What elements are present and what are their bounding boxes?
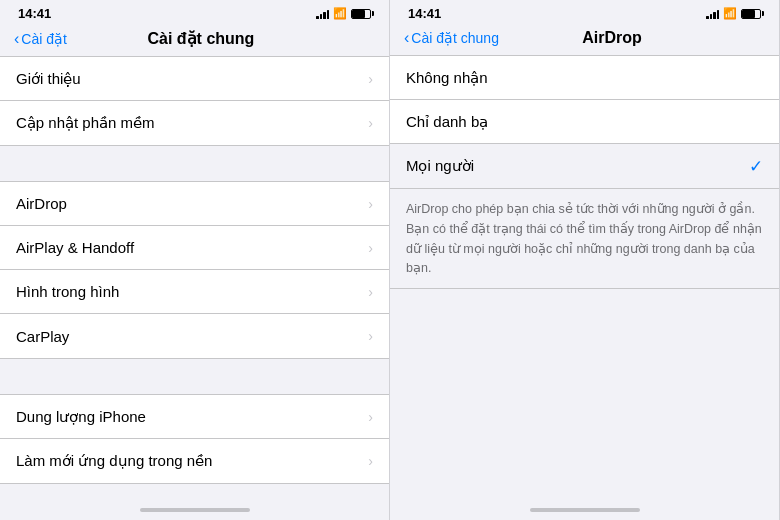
settings-group-1: Giới thiệu › Cập nhật phần mềm ›	[0, 56, 389, 146]
chevron-left-icon: ‹	[404, 30, 409, 46]
section-divider	[0, 484, 389, 500]
item-label: Dung lượng iPhone	[16, 408, 146, 426]
checkmark-icon: ✓	[749, 156, 763, 177]
home-indicator-right	[390, 500, 779, 520]
item-label: AirPlay & Handoff	[16, 239, 134, 256]
nav-bar-right: ‹ Cài đặt chung AirDrop	[390, 25, 779, 55]
list-item[interactable]: Dung lượng iPhone ›	[0, 395, 389, 439]
page-title-right: AirDrop	[459, 29, 765, 47]
signal-icon-right	[706, 9, 719, 19]
home-bar	[530, 508, 640, 512]
item-label: Hình trong hình	[16, 283, 119, 300]
chevron-right-icon: ›	[368, 71, 373, 87]
list-item[interactable]: Hình trong hình ›	[0, 270, 389, 314]
item-label: AirDrop	[16, 195, 67, 212]
airdrop-options-list: Không nhận Chỉ danh bạ Mọi người ✓ AirDr…	[390, 55, 779, 500]
list-item[interactable]: CarPlay ›	[0, 314, 389, 358]
list-item[interactable]: Làm mới ứng dụng trong nền ›	[0, 439, 389, 483]
airdrop-options-group: Không nhận Chỉ danh bạ Mọi người ✓	[390, 55, 779, 189]
left-panel: 14:41 📶 ‹ Cài đặt Cài đặt chung Giới th	[0, 0, 390, 520]
item-label: Làm mới ứng dụng trong nền	[16, 452, 212, 470]
battery-icon-right	[741, 9, 761, 19]
chevron-right-icon: ›	[368, 240, 373, 256]
settings-group-2: AirDrop › AirPlay & Handoff › Hình trong…	[0, 181, 389, 359]
list-item[interactable]: AirDrop ›	[0, 182, 389, 226]
item-label: Cập nhật phần mềm	[16, 114, 155, 132]
item-label: Giới thiệu	[16, 70, 81, 88]
status-bar-right: 14:41 📶	[390, 0, 779, 25]
status-time-right: 14:41	[408, 6, 441, 21]
chevron-right-icon: ›	[368, 284, 373, 300]
settings-group-3: Dung lượng iPhone › Làm mới ứng dụng tro…	[0, 394, 389, 484]
status-bar-left: 14:41 📶	[0, 0, 389, 25]
section-divider	[0, 359, 389, 394]
battery-icon-left	[351, 9, 371, 19]
chevron-right-icon: ›	[368, 453, 373, 469]
wifi-icon-right: 📶	[723, 7, 737, 20]
list-item[interactable]: Giới thiệu ›	[0, 57, 389, 101]
airdrop-option-everyone[interactable]: Mọi người ✓	[390, 144, 779, 188]
chevron-right-icon: ›	[368, 328, 373, 344]
airdrop-description-block: AirDrop cho phép bạn chia sẻ tức thời vớ…	[390, 189, 779, 289]
chevron-right-icon: ›	[368, 115, 373, 131]
list-item[interactable]: Cập nhật phần mềm ›	[0, 101, 389, 145]
page-title-left: Cài đặt chung	[27, 29, 375, 48]
airdrop-description-text: AirDrop cho phép bạn chia sẻ tức thời vớ…	[406, 202, 762, 275]
status-icons-left: 📶	[316, 7, 371, 20]
option-label: Mọi người	[406, 157, 474, 175]
right-panel: 14:41 📶 ‹ Cài đặt chung AirDrop Không	[390, 0, 780, 520]
nav-bar-left: ‹ Cài đặt Cài đặt chung	[0, 25, 389, 56]
signal-icon-left	[316, 9, 329, 19]
option-label: Không nhận	[406, 69, 488, 87]
airdrop-option-contacts[interactable]: Chỉ danh bạ	[390, 100, 779, 144]
status-time-left: 14:41	[18, 6, 51, 21]
item-label: CarPlay	[16, 328, 69, 345]
status-icons-right: 📶	[706, 7, 761, 20]
settings-list-left: Giới thiệu › Cập nhật phần mềm › AirDrop…	[0, 56, 389, 500]
airdrop-option-none[interactable]: Không nhận	[390, 56, 779, 100]
chevron-left-icon: ‹	[14, 31, 19, 47]
chevron-right-icon: ›	[368, 409, 373, 425]
section-divider	[0, 146, 389, 181]
home-bar	[140, 508, 250, 512]
option-label: Chỉ danh bạ	[406, 113, 488, 131]
list-item[interactable]: AirPlay & Handoff ›	[0, 226, 389, 270]
wifi-icon-left: 📶	[333, 7, 347, 20]
home-indicator-left	[0, 500, 389, 520]
chevron-right-icon: ›	[368, 196, 373, 212]
